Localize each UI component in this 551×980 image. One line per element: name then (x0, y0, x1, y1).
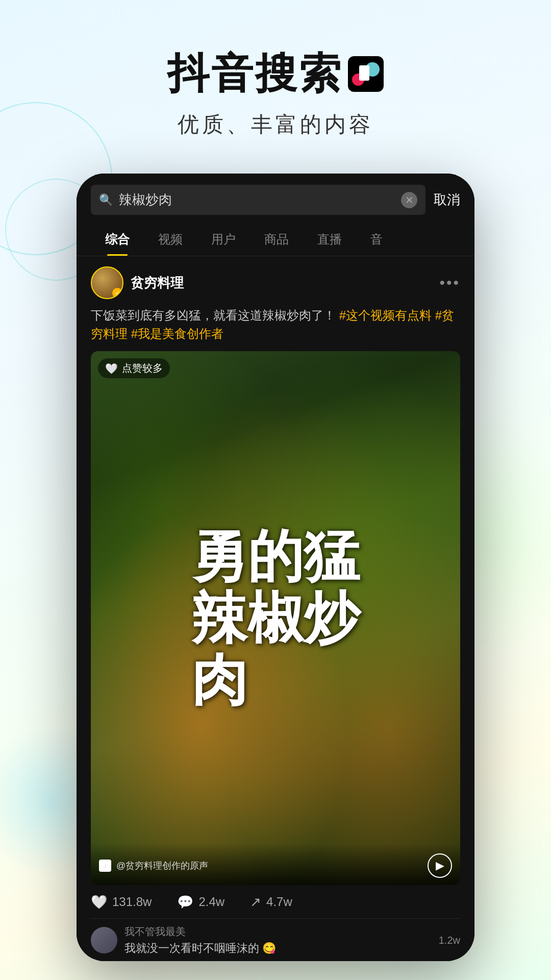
content-area: ✓ 贫穷料理 ••• 下饭菜到底有多凶猛，就看这道辣椒炒肉了！ #这个视频有点料… (77, 256, 474, 961)
tab-直播[interactable]: 直播 (303, 223, 356, 256)
likes-stat[interactable]: 🤍 131.8w (91, 894, 152, 910)
comment-content: 我不管我最美 我就没一次看时不咽唾沫的 😋 (124, 925, 432, 956)
search-query-text: 辣椒炒肉 (119, 191, 395, 209)
search-icon: 🔍 (99, 193, 113, 207)
tiktok-small-icon: ♪ (99, 860, 111, 872)
author-avatar[interactable]: ✓ (91, 266, 123, 299)
comment-likes-count: 1.2w (439, 935, 460, 946)
tiktok-note (359, 65, 369, 81)
video-thumbnail[interactable]: 🤍 点赞较多 勇的猛辣椒炒肉 ♪ @贫穷料理创作的原声 ▶ (91, 351, 460, 885)
app-header: 抖音搜索 优质、丰富的内容 (0, 0, 551, 164)
stats-row: 🤍 131.8w 💬 2.4w ↗ 4.7w (91, 885, 460, 918)
video-bottom-bar: ♪ @贫穷料理创作的原声 ▶ (91, 843, 460, 885)
search-cancel-button[interactable]: 取消 (434, 191, 460, 209)
app-title-row: 抖音搜索 (0, 46, 551, 102)
phone-mockup: 🔍 辣椒炒肉 ✕ 取消 综合 视频 用户 商品 直播 音 (77, 174, 474, 961)
verified-badge-icon: ✓ (112, 288, 122, 298)
play-button[interactable]: ▶ (428, 853, 452, 878)
video-big-text: 勇的猛辣椒炒肉 (191, 525, 360, 710)
app-subtitle: 优质、丰富的内容 (0, 110, 551, 139)
phone-screen: 🔍 辣椒炒肉 ✕ 取消 综合 视频 用户 商品 直播 音 (77, 174, 474, 961)
search-bar: 🔍 辣椒炒肉 ✕ 取消 (77, 174, 474, 223)
search-input-container[interactable]: 🔍 辣椒炒肉 ✕ (91, 185, 425, 215)
tab-label-视频: 视频 (158, 232, 183, 246)
comment-stat-icon: 💬 (177, 894, 193, 910)
post-description: 下饭菜到底有多凶猛，就看这道辣椒炒肉了！ #这个视频有点料 #贫穷料理 #我是美… (91, 306, 460, 343)
shares-count: 4.7w (266, 895, 292, 909)
comment-preview: 我不管我最美 我就没一次看时不咽唾沫的 😋 1.2w (91, 918, 460, 961)
comment-text: 我就没一次看时不咽唾沫的 😋 (124, 941, 432, 956)
app-title-text: 抖音搜索 (167, 46, 343, 102)
tiktok-logo-icon (348, 56, 384, 92)
comments-stat[interactable]: 💬 2.4w (177, 894, 224, 910)
post-description-text: 下饭菜到底有多凶猛，就看这道辣椒炒肉了！ (91, 308, 336, 322)
tab-商品[interactable]: 商品 (250, 223, 303, 256)
author-name-text[interactable]: 贫穷料理 (131, 274, 184, 292)
search-clear-button[interactable]: ✕ (401, 192, 417, 208)
audio-info: ♪ @贫穷料理创作的原声 (99, 860, 208, 872)
tab-综合[interactable]: 综合 (91, 223, 144, 256)
video-text-overlay: 勇的猛辣椒炒肉 (91, 351, 460, 885)
tab-label-综合: 综合 (105, 232, 130, 246)
tab-label-直播: 直播 (317, 232, 342, 246)
comments-count: 2.4w (198, 895, 224, 909)
tab-label-商品: 商品 (264, 232, 289, 246)
tab-用户[interactable]: 用户 (197, 223, 250, 256)
author-row: ✓ 贫穷料理 ••• (91, 266, 460, 299)
tab-bar: 综合 视频 用户 商品 直播 音 (77, 223, 474, 256)
tab-视频[interactable]: 视频 (144, 223, 197, 256)
likes-count: 131.8w (112, 895, 152, 909)
more-options-icon[interactable]: ••• (439, 274, 460, 291)
commenter-name: 我不管我最美 (124, 925, 432, 939)
comment-avatar (91, 927, 117, 953)
audio-label-text: @贫穷料理创作的原声 (116, 860, 208, 872)
share-stat-icon: ↗ (250, 894, 261, 910)
shares-stat[interactable]: ↗ 4.7w (250, 894, 292, 910)
tab-label-用户: 用户 (211, 232, 236, 246)
author-info: ✓ 贫穷料理 (91, 266, 184, 299)
tab-label-音: 音 (370, 232, 383, 246)
heart-stat-icon: 🤍 (91, 894, 107, 910)
tab-音[interactable]: 音 (356, 223, 397, 256)
